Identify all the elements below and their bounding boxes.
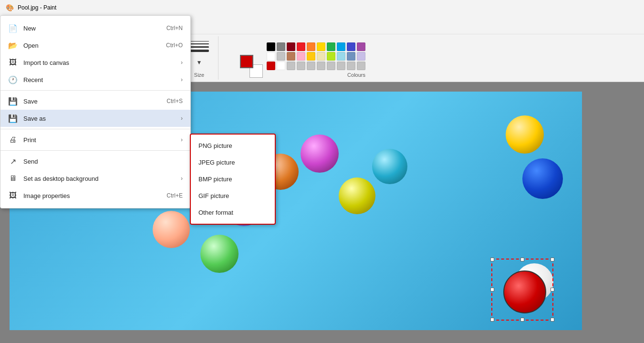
color-swatch-r3-c8[interactable]	[337, 62, 345, 70]
file-menu-item-properties[interactable]: 🖼 Image properties Ctrl+E	[0, 187, 190, 204]
file-menu-label-open: Open	[23, 42, 39, 49]
file-menu-icon-properties: 🖼	[8, 191, 18, 200]
saveas-item-jpeg[interactable]: JPEG picture	[191, 154, 275, 171]
file-menu-item-desktop[interactable]: 🖥 Set as desktop background ›	[0, 170, 190, 187]
ball-peach	[153, 211, 190, 248]
color-swatch-r3-c6[interactable]	[317, 62, 325, 70]
saveas-item-bmp[interactable]: BMP picture	[191, 171, 275, 187]
file-menu-item-save[interactable]: 💾 Save Ctrl+S	[0, 93, 190, 110]
color-row-1	[267, 42, 365, 51]
color-swatch-r3-c4[interactable]	[297, 62, 305, 70]
window-title: Pool.jpg - Paint	[18, 4, 56, 11]
file-menu-label-saveas: Save as	[23, 115, 46, 122]
fg-color-box[interactable]	[240, 55, 253, 68]
color-swatch-r2-c2[interactable]	[277, 52, 285, 61]
shortcut-open: Ctrl+O	[166, 42, 183, 49]
saveas-item-png[interactable]: PNG picture	[191, 137, 275, 154]
file-menu-icon-print: 🖨	[8, 135, 18, 145]
color-swatch-r1-c3[interactable]	[287, 42, 295, 51]
color-swatch-r3-c7[interactable]	[327, 62, 335, 70]
handle-tm[interactable]	[520, 258, 524, 261]
size-options	[190, 41, 209, 52]
file-menu-icon-new: 📄	[8, 23, 18, 33]
size-line-3[interactable]	[190, 46, 209, 48]
shortcut-properties: Ctrl+E	[166, 192, 183, 199]
color-swatch-r2-c4[interactable]	[297, 52, 305, 61]
file-menu-label-save: Save	[23, 98, 38, 105]
arrow-recent: ›	[181, 76, 183, 83]
shortcut-new: Ctrl+N	[166, 25, 183, 31]
file-menu-item-print[interactable]: 🖨 Print ›	[0, 131, 190, 148]
handle-bm[interactable]	[520, 318, 524, 322]
color-swatch-r1-c2[interactable]	[277, 42, 285, 51]
color-swatch-r1-c1[interactable]	[267, 42, 275, 51]
handle-mr[interactable]	[551, 288, 554, 291]
file-menu-icon-saveas: 💾	[8, 114, 18, 123]
saveas-item-gif[interactable]: GIF picture	[191, 187, 275, 204]
saveas-label-jpeg: JPEG picture	[198, 159, 235, 166]
file-menu-item-saveas[interactable]: 💾 Save as ›	[0, 110, 190, 127]
ball-cyan	[372, 149, 407, 184]
file-menu-icon-send: ↗	[8, 156, 18, 166]
color-swatch-r3-c3[interactable]	[287, 62, 295, 70]
color-swatch-r1-c4[interactable]	[297, 42, 305, 51]
ball-gold	[506, 115, 544, 154]
color-swatch-r1-c6[interactable]	[317, 42, 325, 51]
file-menu-item-import[interactable]: 🖼 Import to canvas ›	[0, 54, 190, 71]
arrow-import: ›	[181, 59, 183, 66]
color-swatch-r1-c10[interactable]	[357, 42, 365, 51]
file-menu-item-send[interactable]: ↗ Send	[0, 153, 190, 170]
arrow-desktop: ›	[181, 175, 183, 182]
color-swatch-r1-c8[interactable]	[337, 42, 345, 51]
color-swatch-r2-c10[interactable]	[357, 52, 365, 61]
file-menu-item-recent[interactable]: 🕐 Recent ›	[0, 71, 190, 88]
file-menu-item-new[interactable]: 📄 New Ctrl+N	[0, 20, 190, 37]
colours-label: Colours	[347, 72, 365, 78]
handle-br[interactable]	[551, 318, 554, 322]
color-swatches	[267, 42, 365, 70]
color-swatch-r2-c1[interactable]	[267, 52, 275, 61]
size-label: Size	[194, 72, 204, 78]
size-line-1[interactable]	[190, 41, 209, 42]
size-line-2[interactable]	[190, 43, 209, 44]
color-row-2	[267, 52, 365, 61]
color-swatch-r2-c7[interactable]	[327, 52, 335, 61]
color-swatch-r2-c6[interactable]	[317, 52, 325, 61]
handle-ml[interactable]	[490, 288, 494, 291]
color-swatch-r2-c8[interactable]	[337, 52, 345, 61]
file-menu-icon-open: 📂	[8, 41, 18, 50]
color-swatch-r1-c5[interactable]	[307, 42, 315, 51]
file-menu-label-new: New	[23, 25, 36, 32]
file-menu-label-send: Send	[23, 158, 38, 165]
color-swatch-r1-c9[interactable]	[347, 42, 355, 51]
size-line-4[interactable]	[190, 50, 209, 52]
saveas-submenu: PNG pictureJPEG pictureBMP pictureGIF pi…	[190, 134, 276, 225]
color-swatch-r2-c5[interactable]	[307, 52, 315, 61]
color-swatch-r3-c9[interactable]	[347, 62, 355, 70]
color-swatch-r2-c9[interactable]	[347, 52, 355, 61]
color-swatch-r3-c10[interactable]	[357, 62, 365, 70]
saveas-label-gif: GIF picture	[198, 192, 229, 199]
file-menu-label-import: Import to canvas	[23, 59, 69, 66]
color-swatch-r2-c3[interactable]	[287, 52, 295, 61]
color-swatch-r3-c2[interactable]	[277, 62, 285, 70]
file-menu-icon-save: 💾	[8, 96, 18, 106]
saveas-label-bmp: BMP picture	[198, 176, 232, 183]
size-expand[interactable]: ▼	[193, 56, 206, 69]
color-swatch-r1-c7[interactable]	[327, 42, 335, 51]
arrow-saveas: ›	[181, 115, 183, 122]
colours-section: Colours	[218, 36, 371, 80]
file-menu: 📄 New Ctrl+N 📂 Open Ctrl+O 🖼 Import to c…	[0, 15, 191, 208]
arrow-print: ›	[181, 136, 183, 143]
color-swatch-r3-c5[interactable]	[307, 62, 315, 70]
file-menu-item-open[interactable]: 📂 Open Ctrl+O	[0, 37, 190, 54]
handle-tl[interactable]	[490, 258, 494, 261]
handle-bl[interactable]	[490, 318, 494, 322]
file-menu-icon-recent: 🕐	[8, 75, 18, 84]
saveas-label-png: PNG picture	[198, 142, 232, 149]
ball-purple	[301, 135, 339, 173]
color-swatch-r3-c1[interactable]	[267, 62, 275, 70]
handle-tr[interactable]	[551, 258, 554, 261]
saveas-item-other[interactable]: Other format	[191, 204, 275, 221]
file-menu-label-print: Print	[23, 136, 36, 144]
